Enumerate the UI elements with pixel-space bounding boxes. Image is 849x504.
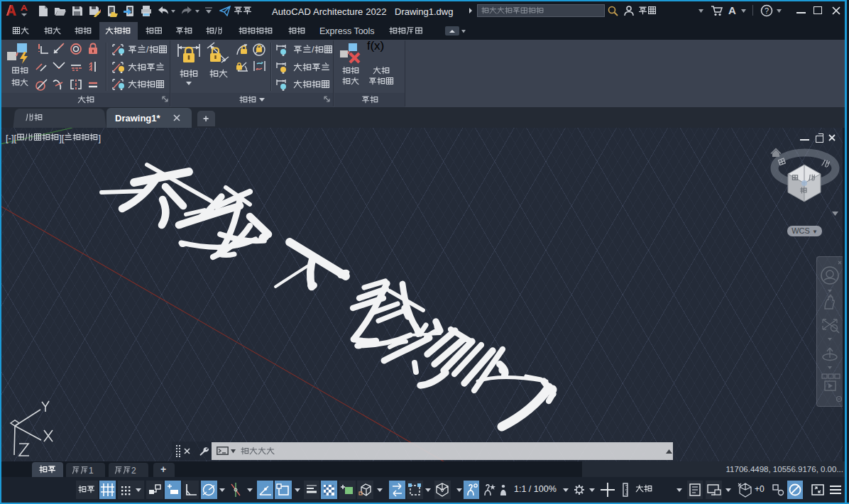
svg-text:?: ?	[765, 6, 769, 15]
